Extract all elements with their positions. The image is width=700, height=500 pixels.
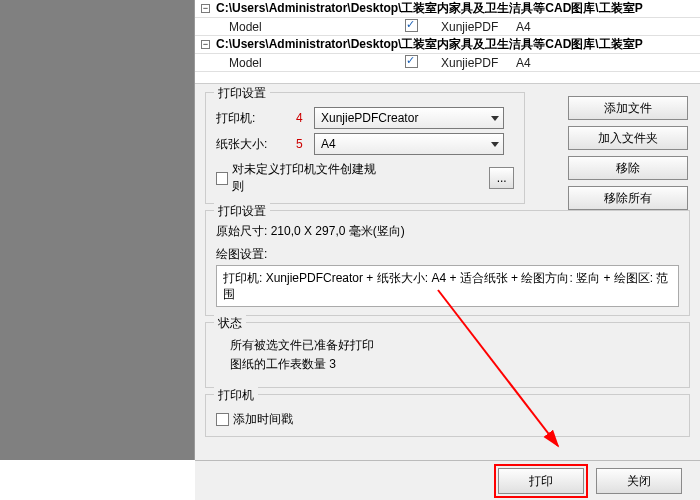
tree-model-label: Model — [201, 20, 381, 34]
timestamp-label: 添加时间戳 — [233, 411, 293, 428]
tree-model-row[interactable]: Model XunjiePDF A4 — [195, 54, 700, 72]
paper-dropdown[interactable]: A4 — [314, 133, 504, 155]
tree-paper-label: A4 — [516, 20, 700, 34]
collapse-icon[interactable]: − — [201, 4, 210, 13]
tree-model-checkbox[interactable] — [405, 19, 418, 32]
tree-path: C:\Users\Administrator\Desktop\工装室内家具及卫生… — [216, 0, 643, 17]
print-button[interactable]: 打印 — [498, 468, 584, 494]
tree-pdf-label: XunjiePDF — [441, 20, 516, 34]
tree-model-checkbox[interactable] — [405, 55, 418, 68]
paper-value: A4 — [321, 137, 336, 151]
paper-label: 纸张大小: — [216, 136, 296, 153]
tree-model-row[interactable]: Model XunjiePDF A4 — [195, 18, 700, 36]
draw-settings-field[interactable]: 打印机: XunjiePDFCreator + 纸张大小: A4 + 适合纸张 … — [216, 265, 679, 307]
print-details-group: 打印设置 原始尺寸: 210,0 X 297,0 毫米(竖向) 绘图设置: 打印… — [205, 210, 690, 316]
left-empty-pane — [0, 0, 195, 460]
create-rule-checkbox[interactable] — [216, 172, 228, 185]
tree-model-label: Model — [201, 56, 381, 70]
step-index: 5 — [296, 137, 314, 151]
tree-path-row[interactable]: − C:\Users\Administrator\Desktop\工装室内家具及… — [195, 0, 700, 18]
original-size: 原始尺寸: 210,0 X 297,0 毫米(竖向) — [216, 223, 679, 240]
chevron-down-icon — [491, 116, 499, 121]
chevron-down-icon — [491, 142, 499, 147]
create-rule-label: 对未定义打印机文件创建规则 — [232, 161, 379, 195]
browse-button[interactable]: ... — [489, 167, 514, 189]
main-body: 打印设置 打印机: 4 XunjiePDFCreator 纸张大小: 5 A4 — [195, 88, 700, 500]
tree-path-row[interactable]: − C:\Users\Administrator\Desktop\工装室内家具及… — [195, 36, 700, 54]
tree-path: C:\Users\Administrator\Desktop\工装室内家具及卫生… — [216, 36, 643, 53]
printer-group: 打印机 添加时间戳 — [205, 394, 690, 437]
timestamp-checkbox[interactable] — [216, 413, 229, 426]
group-label: 状态 — [214, 315, 246, 332]
status-sheet-count: 图纸的工作表数量 3 — [230, 356, 679, 373]
dialog-body: − C:\Users\Administrator\Desktop\工装室内家具及… — [195, 0, 700, 500]
printer-label: 打印机: — [216, 110, 296, 127]
status-group: 状态 所有被选文件已准备好打印 图纸的工作表数量 3 — [205, 322, 690, 388]
printer-value: XunjiePDFCreator — [321, 111, 418, 125]
file-tree[interactable]: − C:\Users\Administrator\Desktop\工装室内家具及… — [195, 0, 700, 84]
status-ready: 所有被选文件已准备好打印 — [230, 337, 679, 354]
close-button[interactable]: 关闭 — [596, 468, 682, 494]
tree-pdf-label: XunjiePDF — [441, 56, 516, 70]
draw-settings-label: 绘图设置: — [216, 246, 679, 263]
print-settings-group: 打印设置 打印机: 4 XunjiePDFCreator 纸张大小: 5 A4 — [205, 92, 525, 204]
printer-dropdown[interactable]: XunjiePDFCreator — [314, 107, 504, 129]
step-index: 4 — [296, 111, 314, 125]
collapse-icon[interactable]: − — [201, 40, 210, 49]
group-label: 打印设置 — [214, 203, 270, 220]
bottom-bar: 打印 关闭 — [195, 460, 700, 500]
group-label: 打印机 — [214, 387, 258, 404]
group-label: 打印设置 — [214, 85, 270, 102]
tree-paper-label: A4 — [516, 56, 700, 70]
